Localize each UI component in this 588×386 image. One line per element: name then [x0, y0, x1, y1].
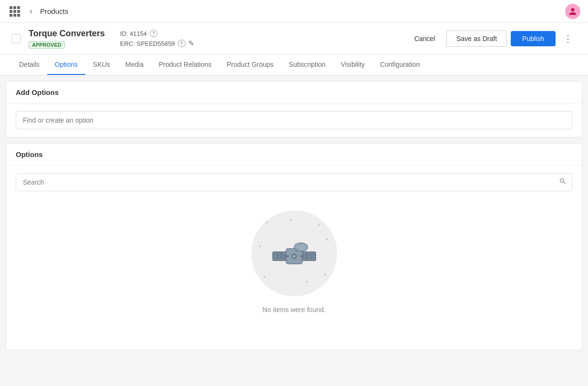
svg-rect-12: [300, 255, 304, 257]
add-options-body: [6, 104, 582, 137]
svg-rect-11: [285, 255, 289, 257]
page-header: Torque Converters APPROVED ID: 41154 ? E…: [0, 23, 588, 55]
nav-left: ‹ Products: [8, 4, 68, 19]
tabs-bar: Details Options SKUs Media Product Relat…: [0, 55, 588, 75]
tab-product-groups[interactable]: Product Groups: [219, 55, 281, 75]
more-options-button[interactable]: ⋮: [559, 31, 577, 46]
search-container: [16, 173, 572, 191]
star-2: +: [289, 218, 292, 223]
options-header: Options: [6, 144, 582, 166]
search-icon-button[interactable]: [559, 177, 567, 187]
product-meta: ID: 41154 ? ERC: SPEED55859 ? ✎: [120, 30, 195, 48]
options-section: Options + + + + + +: [6, 143, 582, 350]
tab-details[interactable]: Details: [11, 55, 47, 75]
nav-title: Products: [40, 7, 68, 15]
tab-visibility[interactable]: Visibility: [333, 55, 372, 75]
options-body: + + + + + + + +: [6, 166, 582, 350]
star-1: +: [266, 220, 268, 225]
empty-state: + + + + + + + +: [16, 191, 572, 342]
id-help-icon[interactable]: ?: [150, 30, 157, 37]
tab-product-relations[interactable]: Product Relations: [151, 55, 219, 75]
erc-help-icon[interactable]: ?: [178, 40, 186, 47]
erc-label: ERC: SPEED55859: [120, 40, 175, 47]
select-checkbox[interactable]: [11, 34, 21, 43]
svg-point-13: [294, 243, 308, 251]
content-area: Add Options Options +: [0, 81, 588, 386]
add-options-title: Add Options: [16, 88, 59, 96]
tab-configuration[interactable]: Configuration: [372, 55, 427, 75]
approved-badge: APPROVED: [29, 41, 65, 49]
star-4: +: [326, 237, 329, 242]
header-left: Torque Converters APPROVED ID: 41154 ? E…: [11, 29, 195, 49]
star-3: +: [318, 222, 320, 228]
cancel-button[interactable]: Cancel: [407, 31, 443, 46]
tab-options[interactable]: Options: [47, 55, 85, 75]
add-option-input[interactable]: [16, 111, 572, 129]
id-row: ID: 41154 ?: [120, 30, 195, 37]
header-actions: Cancel Save as Draft Publish ⋮: [407, 31, 577, 47]
tab-media[interactable]: Media: [118, 55, 151, 75]
svg-point-16: [293, 255, 295, 258]
erc-edit-icon[interactable]: ✎: [188, 39, 195, 48]
svg-rect-0: [273, 252, 286, 261]
id-label: ID: 41154: [120, 30, 147, 37]
svg-rect-5: [302, 252, 316, 261]
top-nav: ‹ Products: [0, 0, 588, 23]
star-5: +: [324, 272, 327, 277]
product-title: Torque Converters: [29, 29, 105, 39]
satellite-svg: [270, 232, 318, 275]
tab-subscription[interactable]: Subscription: [281, 55, 333, 75]
add-options-section: Add Options: [6, 81, 582, 137]
add-options-header: Add Options: [6, 82, 582, 104]
grid-menu-icon[interactable]: [8, 4, 22, 19]
search-input[interactable]: [16, 173, 572, 191]
options-title: Options: [16, 150, 43, 158]
empty-message: No items were found.: [262, 306, 325, 313]
star-7: +: [263, 274, 266, 280]
tab-skus[interactable]: SKUs: [85, 55, 118, 75]
publish-button[interactable]: Publish: [511, 31, 556, 46]
avatar[interactable]: [565, 4, 580, 19]
star-6: +: [306, 279, 309, 284]
star-8: +: [258, 244, 261, 249]
save-draft-button[interactable]: Save as Draft: [446, 31, 507, 47]
erc-row: ERC: SPEED55859 ? ✎: [120, 39, 195, 48]
back-button[interactable]: ‹: [26, 4, 36, 18]
empty-illustration: + + + + + + + +: [251, 210, 337, 296]
product-info: Torque Converters APPROVED: [29, 29, 105, 49]
